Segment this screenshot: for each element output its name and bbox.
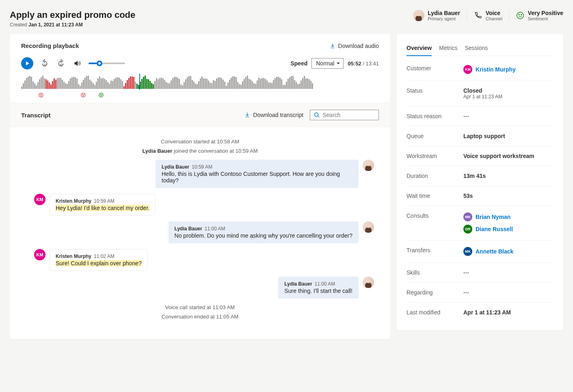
system-message: Lydia Bauer joined the conversation at 1… — [26, 148, 374, 154]
waveform[interactable] — [21, 74, 379, 89]
svg-point-9 — [99, 93, 104, 97]
agent-message: Lydia Bauer11:00 AMNo problem. Do you mi… — [26, 221, 374, 243]
playback-title: Recording playback — [21, 42, 79, 49]
agent-message: Lydia Bauer11:00 AMSure thing. I'll star… — [26, 277, 374, 299]
detail-row: Regarding--- — [407, 283, 554, 303]
avatar: KM — [34, 249, 45, 260]
detail-row: WorkstreamVoice support workstream — [407, 146, 554, 166]
avatar — [363, 160, 374, 171]
frown-icon — [38, 92, 44, 98]
download-icon — [329, 43, 336, 49]
svg-point-4 — [40, 94, 41, 95]
download-transcript-button[interactable]: Download transcript — [244, 112, 303, 118]
detail-row: TransfersMKAnnette Black — [407, 240, 554, 263]
svg-point-5 — [41, 94, 42, 95]
meta-sentiment: Very Positive Sentiment — [509, 10, 563, 21]
download-icon — [244, 112, 251, 118]
customer-message: KMKristen Murphy11:02 AMSure! Could I ex… — [26, 249, 374, 271]
page-title: Apply an expired promo code — [10, 10, 135, 20]
transcript-search[interactable] — [310, 110, 379, 120]
meta-channel: Voice Channel — [467, 10, 502, 21]
agent-message: Lydia Bauer10:59 AMHello, this is Lydia … — [26, 160, 374, 188]
system-message: Conversation started at 10:58 AM — [26, 139, 374, 145]
speed-select[interactable]: Normal — [311, 58, 344, 69]
transcript-title: Transcript — [21, 112, 51, 119]
smile-icon — [98, 92, 104, 98]
person-link[interactable]: KMKristin Murphy — [463, 65, 554, 74]
sentiment-markers — [10, 91, 390, 103]
detail-row: Duration13m 41s — [407, 166, 554, 186]
system-message: Conversation ended at 11:05 AM — [26, 314, 374, 320]
avatar: DR — [463, 225, 472, 234]
forward-30-button[interactable]: 30 — [56, 58, 66, 68]
detail-row: Skills--- — [407, 263, 554, 283]
avatar: MK — [463, 247, 472, 256]
avatar — [413, 10, 424, 21]
detail-row: Last modifiedApr 1 at 11:23 AM — [407, 303, 554, 322]
avatar: KM — [463, 65, 472, 74]
tab-overview[interactable]: Overview — [407, 42, 432, 56]
smile-icon — [516, 11, 525, 20]
svg-point-8 — [84, 94, 84, 95]
person-link[interactable]: DRDiane Russell — [463, 225, 554, 234]
detail-row: QueueLaptop support — [407, 126, 554, 146]
svg-point-2 — [521, 14, 522, 15]
detail-row: StatusClosedApr 1 at 11:23 AM — [407, 81, 554, 106]
person-link[interactable]: MKAnnette Black — [463, 247, 554, 256]
detail-row: Wait time53s — [407, 186, 554, 206]
person-link[interactable]: MKBrian Nyman — [463, 212, 554, 221]
detail-row: Status reason--- — [407, 106, 554, 126]
detail-row: CustomerKMKristin Murphy — [407, 58, 554, 81]
meta-agent: Lydia Bauer Primary agent — [413, 10, 460, 21]
speed-label: Speed — [290, 60, 307, 67]
svg-point-3 — [39, 93, 43, 97]
search-input[interactable] — [322, 112, 375, 118]
tab-sessions[interactable]: Sessions — [465, 42, 488, 56]
rewind-10-button[interactable]: 10 — [40, 58, 50, 68]
avatar — [363, 221, 374, 233]
system-message: Voice call started at 11:03 AM — [26, 304, 374, 310]
phone-icon — [474, 11, 482, 20]
avatar: KM — [34, 194, 45, 205]
tab-metrics[interactable]: Metrics — [439, 42, 457, 56]
search-icon — [314, 112, 320, 118]
frown-icon — [80, 92, 86, 98]
avatar: MK — [463, 212, 472, 221]
svg-point-7 — [82, 94, 83, 95]
playback-time: 05:52 / 13:41 — [348, 61, 379, 67]
detail-row: ConsultsMKBrian NymanDRDiane Russell — [407, 206, 554, 240]
customer-message: KMKristen Murphy10:59 AMHey Lydia! I'd l… — [26, 194, 374, 216]
svg-point-10 — [100, 94, 101, 95]
download-audio-button[interactable]: Download audio — [329, 43, 379, 49]
svg-point-11 — [102, 94, 102, 95]
svg-point-6 — [81, 93, 86, 97]
volume-button[interactable] — [72, 58, 82, 68]
svg-point-0 — [517, 12, 524, 19]
avatar — [363, 277, 374, 288]
play-button[interactable] — [21, 57, 33, 69]
svg-point-12 — [315, 113, 318, 117]
volume-slider[interactable] — [89, 63, 125, 64]
created-line: Created Jan 1, 2021 at 11:23 AM — [10, 22, 135, 28]
svg-point-1 — [519, 14, 519, 15]
